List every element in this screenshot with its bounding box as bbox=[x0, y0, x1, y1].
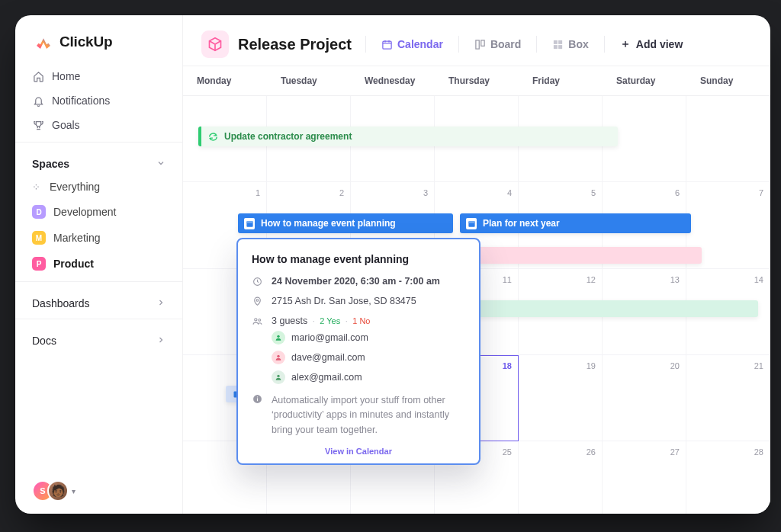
nav-home[interactable]: Home bbox=[15, 64, 182, 88]
event-pink[interactable] bbox=[460, 247, 702, 264]
event-label: Update contractor agreement bbox=[224, 131, 352, 142]
event-next-year[interactable]: Plan for next year bbox=[460, 213, 691, 233]
svg-point-14 bbox=[254, 319, 256, 321]
tab-board[interactable]: Board bbox=[473, 35, 522, 53]
popup-description: Automatically import your stuff from oth… bbox=[252, 393, 465, 437]
date-num: 27 bbox=[670, 447, 680, 457]
date-num: 25 bbox=[503, 447, 512, 457]
guest-email: alex@gmail.com bbox=[291, 372, 362, 383]
spaces-header[interactable]: Spaces bbox=[15, 147, 182, 175]
dashboards-label: Dashboards bbox=[32, 297, 90, 309]
svg-point-17 bbox=[277, 355, 279, 357]
clickup-logo-icon bbox=[34, 32, 53, 52]
space-label: Product bbox=[53, 258, 94, 270]
date-num: 3 bbox=[423, 188, 428, 197]
clock-icon bbox=[252, 277, 262, 287]
svg-point-13 bbox=[256, 300, 259, 302]
event-manage-planning[interactable]: How to manage event planning bbox=[238, 213, 453, 233]
nav-home-label: Home bbox=[52, 70, 80, 82]
space-everything[interactable]: ⁘ Everything bbox=[15, 175, 182, 199]
nav-notifications-label: Notifications bbox=[52, 95, 110, 107]
day-header: Wednesday bbox=[351, 66, 435, 95]
guests-no: 1 No bbox=[352, 316, 370, 325]
space-everything-label: Everything bbox=[50, 181, 100, 193]
event-mint[interactable] bbox=[460, 300, 758, 317]
popup-description-text: Automatically import your stuff from oth… bbox=[272, 393, 465, 437]
sidebar-space-product[interactable]: P Product bbox=[15, 251, 182, 277]
day-header: Saturday bbox=[603, 66, 686, 95]
svg-rect-6 bbox=[558, 45, 562, 49]
calendar-header: Monday Tuesday Wednesday Thursday Friday… bbox=[183, 66, 770, 96]
event-popup: How to manage event planning 24 November… bbox=[236, 238, 480, 465]
guests-yes: 2 Yes bbox=[320, 316, 340, 325]
chevron-right-icon bbox=[156, 335, 166, 347]
trophy-icon bbox=[32, 119, 44, 131]
location-pin-icon bbox=[252, 296, 262, 306]
separator bbox=[536, 36, 537, 53]
sidebar-space-marketing[interactable]: M Marketing bbox=[15, 225, 182, 251]
tab-label: Box bbox=[568, 38, 588, 50]
guests-count: 3 guests bbox=[272, 316, 307, 326]
date-num: 28 bbox=[754, 447, 763, 457]
tab-box[interactable]: Box bbox=[551, 35, 590, 53]
tab-label: Board bbox=[490, 38, 521, 50]
svg-rect-20 bbox=[256, 398, 257, 401]
brand[interactable]: ClickUp bbox=[15, 15, 182, 64]
calendar-cell[interactable]: 20 bbox=[603, 355, 686, 441]
calendar-icon bbox=[381, 39, 393, 50]
calendar-cell[interactable]: 28 bbox=[686, 441, 770, 514]
date-num: 19 bbox=[587, 361, 596, 370]
sidebar-space-development[interactable]: D Development bbox=[15, 199, 182, 225]
divider bbox=[15, 281, 182, 282]
people-icon bbox=[252, 316, 262, 326]
project-cube-icon bbox=[201, 30, 229, 58]
user-avatars[interactable]: S ▾ bbox=[15, 468, 182, 514]
space-badge: M bbox=[32, 231, 46, 245]
nav-goals[interactable]: Goals bbox=[15, 113, 182, 137]
guest-row[interactable]: mario@gmail.com bbox=[272, 331, 465, 345]
date-num: 2 bbox=[339, 188, 344, 197]
svg-rect-8 bbox=[246, 221, 252, 223]
nav-notifications[interactable]: Notifications bbox=[15, 88, 182, 113]
view-in-calendar-link[interactable]: View in Calendar bbox=[252, 447, 465, 456]
calendar-body: 1 2 3 4 5 6 7 8 9 10 11 12 13 14 15 16 1… bbox=[183, 96, 770, 514]
svg-rect-4 bbox=[558, 40, 562, 43]
calendar-cell[interactable]: 21 bbox=[686, 355, 770, 441]
grid-dots-icon: ⁘ bbox=[32, 181, 42, 193]
date-num: 6 bbox=[675, 188, 680, 197]
guest-avatar-icon bbox=[272, 331, 285, 345]
svg-rect-2 bbox=[481, 40, 484, 46]
guest-avatar-icon bbox=[272, 351, 285, 364]
date-num: 14 bbox=[754, 275, 763, 284]
svg-point-21 bbox=[256, 396, 257, 397]
calendar-cell[interactable]: 26 bbox=[519, 441, 603, 514]
spaces-header-label: Spaces bbox=[32, 158, 69, 170]
board-icon bbox=[474, 39, 486, 50]
chevron-down-icon: ▾ bbox=[72, 487, 76, 495]
svg-rect-10 bbox=[468, 221, 474, 223]
nav-goals-label: Goals bbox=[52, 119, 80, 131]
box-icon bbox=[552, 39, 564, 50]
guest-row[interactable]: alex@gmail.com bbox=[272, 370, 465, 384]
event-contractor[interactable]: Update contractor agreement bbox=[198, 127, 618, 146]
date-num: 26 bbox=[587, 447, 596, 457]
calendar-cell[interactable]: 19 bbox=[519, 355, 603, 441]
dashboards-nav[interactable]: Dashboards bbox=[15, 287, 182, 314]
date-num: 13 bbox=[670, 275, 680, 284]
calendar-cell[interactable]: 27 bbox=[603, 441, 686, 514]
space-badge: P bbox=[32, 257, 46, 271]
app-window: ClickUp Home Notifications Goals Spaces bbox=[15, 15, 770, 514]
calendar-date-icon bbox=[466, 218, 477, 229]
guest-row[interactable]: dave@gmail.com bbox=[272, 351, 465, 364]
guest-email: mario@gmail.com bbox=[291, 332, 368, 343]
popup-datetime: 24 November 2020, 6:30 am - 7:00 am bbox=[252, 276, 465, 287]
tab-calendar[interactable]: Calendar bbox=[380, 35, 445, 53]
popup-title: How to manage event planning bbox=[252, 253, 465, 265]
docs-nav[interactable]: Docs bbox=[15, 324, 182, 351]
svg-point-18 bbox=[277, 375, 279, 377]
calendar-cell[interactable] bbox=[686, 96, 770, 182]
tab-add-view[interactable]: ＋ Add view bbox=[619, 35, 684, 53]
svg-rect-3 bbox=[554, 40, 558, 43]
popup-guests: 3 guests · 2 Yes · 1 No mario@gmail.com bbox=[252, 316, 465, 384]
top-bar: Release Project Calendar Board Bo bbox=[183, 15, 770, 66]
